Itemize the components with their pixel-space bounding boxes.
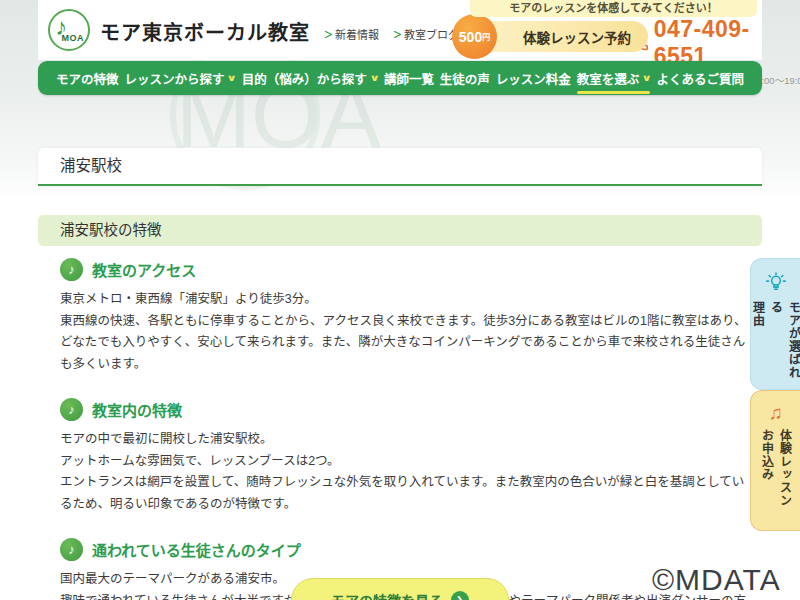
brand-logo[interactable]: ♪ MOA bbox=[48, 9, 90, 51]
side-tab-trial-application[interactable]: ♫ 体験レッスンお申込み bbox=[750, 390, 800, 531]
feature-paragraph: モアの中で最初に開校した浦安駅校。 bbox=[60, 429, 752, 451]
chevron-down-icon: ∨ bbox=[642, 73, 652, 83]
feature-title: 教室内の特徴 bbox=[92, 399, 182, 420]
nav-item-search-by-purpose[interactable]: 目的（悩み）から探す ∨ bbox=[242, 61, 378, 95]
nav-item-features[interactable]: モアの特徴 bbox=[56, 61, 119, 95]
price-unit: 円 bbox=[482, 31, 490, 42]
logo-initials: MOA bbox=[62, 33, 85, 43]
page: MOA ♪ MOA モア東京ボーカル教室 ＞ 新着情報 ＞ 教室ブログ 500円… bbox=[0, 0, 800, 600]
chevron-down-icon: ∨ bbox=[369, 73, 379, 83]
feature-title: 通われている生徒さんのタイプ bbox=[92, 539, 301, 560]
nav-label: 生徒の声 bbox=[440, 69, 490, 88]
page-title-card: 浦安駅校 bbox=[38, 148, 762, 186]
nav-label: 教室を選ぶ bbox=[577, 69, 640, 88]
feature-paragraph: アットホームな雰囲気で、レッスンブースは2つ。 bbox=[60, 451, 752, 473]
side-tab-reasons[interactable]: モアが選ばれる理由 bbox=[750, 258, 800, 390]
feature-paragraph: 東西線の快速、各駅ともに停車することから、アクセス良く来校できます。徒歩3分にあ… bbox=[60, 311, 752, 376]
page-title: 浦安駅校 bbox=[38, 148, 762, 184]
music-note-icon: ♪ bbox=[60, 398, 83, 421]
nav-label: レッスン料金 bbox=[496, 69, 571, 88]
feature-paragraph: エントランスは網戸を設置して、随時フレッシュな外気を取り入れています。また教室内… bbox=[60, 472, 752, 515]
price-amount: 500 bbox=[459, 29, 482, 45]
top-banner: モアのレッスンを体感してみてください！ bbox=[470, 0, 757, 17]
arrow-right-icon: ❯ bbox=[451, 591, 469, 600]
link-news[interactable]: ＞ 新着情報 bbox=[324, 26, 379, 42]
cta-label: モアの特徴を見る bbox=[331, 590, 443, 600]
nav-label: 目的（悩み）から探す bbox=[242, 69, 367, 88]
nav-item-student-voices[interactable]: 生徒の声 bbox=[440, 61, 490, 95]
section-heading-bar: 浦安駅校の特徴 bbox=[38, 215, 762, 246]
nav-label: モアの特徴 bbox=[56, 69, 119, 88]
music-note-icon: ♫ bbox=[768, 403, 782, 422]
nav-label: レッスンから探す bbox=[124, 69, 224, 88]
nav-item-search-by-lesson[interactable]: レッスンから探す ∨ bbox=[124, 61, 235, 95]
side-tab-reasons-label: モアが選ばれる理由 bbox=[749, 301, 800, 389]
link-blog[interactable]: ＞ 教室ブログ bbox=[393, 26, 459, 42]
chevron-down-icon: ∨ bbox=[227, 73, 237, 83]
chevron-right-icon: ＞ bbox=[324, 28, 333, 41]
feature-sections: ♪ 教室のアクセス 東京メトロ・東西線「浦安駅」より徒歩3分。 東西線の快速、各… bbox=[60, 258, 752, 600]
feature-access: ♪ 教室のアクセス 東京メトロ・東西線「浦安駅」より徒歩3分。 東西線の快速、各… bbox=[60, 258, 752, 375]
side-tab-trial-label: 体験レッスンお申込み bbox=[758, 429, 794, 507]
nav-label: 講師一覧 bbox=[384, 69, 434, 88]
nav-label: よくあるご質問 bbox=[656, 69, 744, 88]
music-note-icon: ♪ bbox=[60, 258, 83, 281]
feature-title: 教室のアクセス bbox=[92, 259, 196, 280]
main-nav: モアの特徴 レッスンから探す ∨ 目的（悩み）から探す ∨ 講師一覧 生徒の声 … bbox=[38, 61, 762, 95]
lightbulb-icon bbox=[764, 271, 788, 294]
price-badge: 500円 bbox=[452, 14, 497, 59]
nav-item-instructors[interactable]: 講師一覧 bbox=[384, 61, 434, 95]
music-note-icon: ♪ bbox=[60, 538, 83, 561]
chevron-right-icon: ＞ bbox=[393, 28, 402, 41]
header-links: ＞ 新着情報 ＞ 教室ブログ bbox=[324, 26, 459, 42]
feature-classroom: ♪ 教室内の特徴 モアの中で最初に開校した浦安駅校。 アットホームな雰囲気で、レ… bbox=[60, 398, 752, 515]
see-features-button[interactable]: モアの特徴を見る ❯ bbox=[291, 578, 509, 600]
feature-paragraph: 東京メトロ・東西線「浦安駅」より徒歩3分。 bbox=[60, 289, 752, 311]
mdata-watermark: ©MDATA bbox=[652, 563, 781, 597]
brand-title[interactable]: モア東京ボーカル教室 bbox=[100, 17, 310, 46]
nav-item-choose-classroom[interactable]: 教室を選ぶ ∨ bbox=[577, 61, 651, 95]
link-news-label: 新着情報 bbox=[335, 26, 379, 42]
nav-item-lesson-fees[interactable]: レッスン料金 bbox=[496, 61, 571, 95]
link-blog-label: 教室ブログ bbox=[404, 26, 459, 42]
nav-item-faq[interactable]: よくあるご質問 bbox=[656, 61, 744, 95]
